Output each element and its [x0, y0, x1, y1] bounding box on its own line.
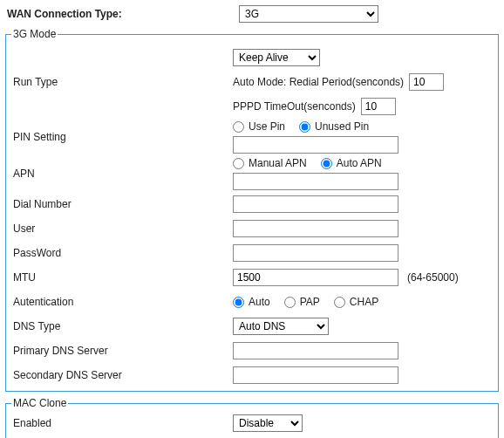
mtu-input[interactable]	[233, 269, 398, 286]
apn-input[interactable]	[233, 173, 398, 190]
auth-chap-radio-label[interactable]: CHAP	[334, 296, 378, 308]
wan-type-select[interactable]: 3G	[239, 5, 378, 23]
apn-manual-radio[interactable]	[233, 158, 244, 169]
pppd-input[interactable]	[361, 98, 396, 115]
fieldset-mac-clone: MAC Clone Enabled Disable	[5, 397, 499, 438]
mtu-label: MTU	[11, 271, 233, 284]
redial-input[interactable]	[409, 73, 444, 91]
auth-pap-text: PAP	[300, 296, 320, 308]
run-type-select[interactable]: Keep Alive	[233, 49, 320, 66]
auth-chap-radio[interactable]	[334, 297, 345, 308]
apn-label: APN	[11, 168, 233, 180]
redial-label: Auto Mode: Redial Period(senconds)	[233, 76, 404, 88]
primary-dns-label: Primary DNS Server	[11, 345, 233, 357]
dns-type-select[interactable]: Auto DNS	[233, 318, 329, 335]
dial-number-input[interactable]	[233, 195, 398, 213]
user-label: User	[11, 222, 233, 235]
apn-auto-text: Auto APN	[337, 157, 382, 169]
auth-pap-radio[interactable]	[284, 297, 296, 308]
pin-unused-radio[interactable]	[299, 121, 310, 133]
pin-use-radio[interactable]	[233, 121, 244, 133]
pin-use-text: Use Pin	[249, 120, 285, 133]
secondary-dns-label: Secondary DNS Server	[11, 369, 233, 381]
auth-pap-radio-label[interactable]: PAP	[284, 296, 320, 308]
dns-type-label: DNS Type	[11, 320, 233, 332]
secondary-dns-input[interactable]	[233, 366, 398, 384]
user-input[interactable]	[233, 220, 398, 237]
auth-chap-text: CHAP	[350, 296, 378, 308]
wan-type-label: WAN Connection Type:	[5, 8, 239, 20]
pin-unused-radio-label[interactable]: Unused Pin	[299, 120, 369, 133]
auth-auto-text: Auto	[249, 296, 270, 308]
auth-auto-radio-label[interactable]: Auto	[233, 296, 270, 308]
auth-label: Autentication	[11, 296, 233, 308]
password-input[interactable]	[233, 244, 398, 262]
legend-3g-mode: 3G Mode	[11, 28, 58, 40]
mac-enabled-label: Enabled	[11, 417, 233, 429]
pin-input[interactable]	[233, 136, 398, 154]
auth-auto-radio[interactable]	[233, 297, 244, 308]
fieldset-3g-mode: 3G Mode Keep Alive Run Type Auto Mode: R…	[5, 28, 499, 392]
pin-setting-label: PIN Setting	[11, 131, 233, 143]
apn-auto-radio[interactable]	[321, 158, 332, 169]
apn-auto-radio-label[interactable]: Auto APN	[321, 157, 382, 169]
mtu-note: (64-65000)	[407, 271, 459, 284]
apn-manual-radio-label[interactable]: Manual APN	[233, 157, 307, 169]
password-label: PassWord	[11, 247, 233, 259]
mac-enabled-select[interactable]: Disable	[233, 414, 303, 432]
pppd-label: PPPD TimeOut(senconds)	[233, 100, 356, 113]
primary-dns-input[interactable]	[233, 342, 398, 359]
pin-use-radio-label[interactable]: Use Pin	[233, 120, 285, 133]
legend-mac-clone: MAC Clone	[11, 397, 68, 409]
pin-unused-text: Unused Pin	[315, 120, 369, 133]
run-type-label: Run Type	[11, 76, 233, 88]
dial-number-label: Dial Number	[11, 198, 233, 210]
apn-manual-text: Manual APN	[249, 157, 307, 169]
